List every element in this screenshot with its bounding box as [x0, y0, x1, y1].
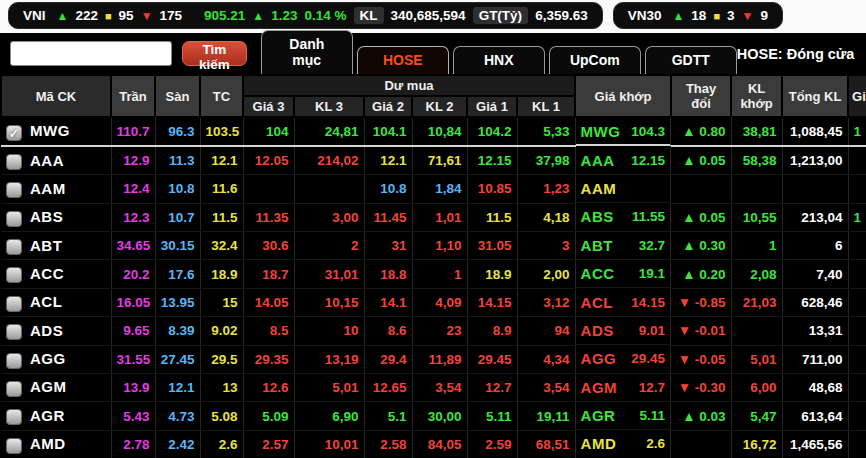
tab-gdtt[interactable]: GDTT	[645, 46, 737, 74]
index-summary-strip: VNI ▲ 222 ■ 95 ▼ 175 905.21 ▲ 1.23 0.14 …	[0, 0, 866, 33]
change-cell: ▲ 0.03	[671, 402, 731, 430]
ticker-symbol: ABS	[30, 208, 63, 225]
ticker-cell: AGM	[1, 374, 111, 402]
table-row[interactable]: AGR5.434.735.085.096,905.130,005.1119,11…	[1, 402, 866, 430]
header-tong-kl[interactable]: Tổng KL	[782, 75, 848, 117]
tab-hnx[interactable]: HNX	[453, 46, 545, 74]
ceiling-price-cell: 110.7	[111, 117, 155, 146]
row-checkbox[interactable]	[6, 296, 22, 312]
header-kl-khop[interactable]: KL khớp	[731, 75, 782, 117]
table-row[interactable]: ABT34.6530.1532.430.62311,1031.053ABT32.…	[1, 232, 866, 260]
ticker-symbol: AGM	[30, 378, 67, 395]
matched-price-cell: AAA12.15	[576, 146, 672, 174]
bid-vol2-cell: 11,89	[412, 345, 467, 373]
floor-price-cell: 11.3	[155, 146, 200, 174]
vni-value: 905.21	[204, 8, 245, 23]
total-volume-cell: 13,31	[782, 317, 848, 345]
header-du-mua: Dư mua	[243, 75, 575, 96]
table-row[interactable]: AAA12.911.312.112.05214,0212.171,6112.15…	[1, 146, 866, 174]
row-checkbox[interactable]	[6, 409, 22, 425]
header-san[interactable]: Sàn	[155, 75, 200, 117]
ask-price-partial-cell	[848, 146, 866, 174]
matched-ticker: AGR	[581, 407, 616, 424]
matched-price-cell: AGR5.11	[576, 402, 672, 430]
header-kl2[interactable]: KL 2	[412, 96, 467, 117]
bid-vol2-cell: 1	[412, 260, 467, 288]
bid-price3-cell: 30.6	[243, 232, 294, 260]
header-tc[interactable]: TC	[200, 75, 243, 117]
table-row[interactable]: ACC20.217.618.918.731,0118.8118.92,00ACC…	[1, 260, 866, 288]
header-kl1[interactable]: KL 1	[517, 96, 575, 117]
bid-price1-cell: 31.05	[467, 232, 517, 260]
ask-price-partial-cell	[848, 317, 866, 345]
floor-price-cell: 10.8	[155, 175, 200, 203]
row-checkbox[interactable]	[6, 154, 22, 170]
bid-vol1-cell: 68,51	[517, 430, 575, 458]
row-checkbox[interactable]	[6, 182, 22, 198]
matched-volume-cell	[731, 317, 782, 345]
total-volume-cell: 1,465,56	[782, 430, 848, 458]
bid-price2-cell: 2.58	[364, 430, 412, 458]
table-row[interactable]: AMD2.782.422.62.5710,012.5884,052.5968,5…	[1, 430, 866, 458]
header-gia2[interactable]: Giá 2	[364, 96, 412, 117]
bid-vol2-cell: 4,09	[412, 288, 467, 316]
header-thay-doi[interactable]: Thay đổi	[671, 75, 731, 117]
row-checkbox[interactable]	[6, 353, 22, 369]
table-row[interactable]: AAM12.410.811.610.81,8410.851,23AAM	[1, 175, 866, 203]
vni-change-icon: ▲	[252, 9, 264, 23]
bid-vol1-cell: 3	[517, 232, 575, 260]
row-checkbox[interactable]	[6, 324, 22, 340]
vni-unchanged: 95	[119, 8, 134, 23]
table-row[interactable]: ABS12.310.711.511.353,0011.451,0111.54,1…	[1, 203, 866, 231]
tab-hose[interactable]: HOSE	[357, 46, 449, 74]
search-input[interactable]	[10, 41, 172, 66]
ticker-cell: ✓MWG	[1, 117, 111, 146]
matched-price-cell: MWG104.3	[576, 118, 672, 146]
table-row[interactable]: AGM13.912.11312.65,0112.653,5412.73,54AG…	[1, 374, 866, 402]
bid-price1-cell: 104.2	[467, 117, 517, 146]
row-checkbox[interactable]	[6, 438, 22, 454]
header-gia3[interactable]: Giá 3	[243, 96, 294, 117]
row-checkbox[interactable]	[6, 211, 22, 227]
row-checkbox[interactable]	[6, 267, 22, 283]
reference-price-cell: 2.6	[200, 430, 243, 458]
header-kl3[interactable]: KL 3	[294, 96, 364, 117]
header-ma-ck[interactable]: Mã CK	[1, 75, 111, 117]
bid-vol1-cell: 1,23	[517, 175, 575, 203]
matched-ticker: ABT	[581, 237, 613, 254]
row-checkbox[interactable]	[6, 239, 22, 255]
tab-upcom[interactable]: UpCom	[549, 46, 641, 74]
table-row[interactable]: ADS9.658.399.028.5108.6238.994ADS9.01▼ -…	[1, 317, 866, 345]
header-gia-khop[interactable]: Giá khớp	[575, 75, 671, 117]
row-checkbox[interactable]	[6, 381, 22, 397]
change-cell	[671, 175, 731, 203]
matched-volume-cell: 5,47	[731, 402, 782, 430]
matched-volume-cell: 21,03	[731, 288, 782, 316]
bid-price3-cell: 12.6	[243, 374, 294, 402]
bid-price3-cell: 8.5	[243, 317, 294, 345]
advancers-icon: ▲	[57, 9, 69, 23]
bid-price2-cell: 12.65	[364, 374, 412, 402]
tab-danh-mục[interactable]: Danh mục	[261, 30, 353, 74]
ask-price-partial-cell: 1	[848, 203, 866, 231]
unchanged-icon: ■	[713, 10, 720, 22]
reference-price-cell: 13	[200, 374, 243, 402]
decliners-icon: ▼	[141, 9, 153, 23]
header-gia1[interactable]: Giá 1	[467, 96, 517, 117]
total-volume-cell: 48,68	[782, 374, 848, 402]
total-volume-cell: 628,46	[782, 288, 848, 316]
bid-vol1-cell: 2,00	[517, 260, 575, 288]
table-row[interactable]: AGG31.5527.4529.529.3513,1929.411,8929.4…	[1, 345, 866, 373]
bid-price1-cell: 8.9	[467, 317, 517, 345]
bid-price1-cell: 10.85	[467, 175, 517, 203]
table-row[interactable]: ✓MWG110.796.3103.510424,81104.110,84104.…	[1, 117, 866, 146]
ticker-symbol: MWG	[30, 122, 70, 139]
vni-volume: 340,685,594	[391, 8, 466, 23]
ticker-cell: AGG	[1, 345, 111, 373]
search-button[interactable]: Tìm kiếm	[182, 41, 247, 66]
row-checkbox[interactable]: ✓	[6, 125, 22, 141]
header-tran[interactable]: Trần	[111, 75, 155, 117]
table-row[interactable]: ACL16.0513.951514.0510,1514.14,0914.153,…	[1, 288, 866, 316]
change-cell: ▼ -0.01	[671, 317, 731, 345]
change-cell: ▲ 0.05	[671, 146, 731, 174]
